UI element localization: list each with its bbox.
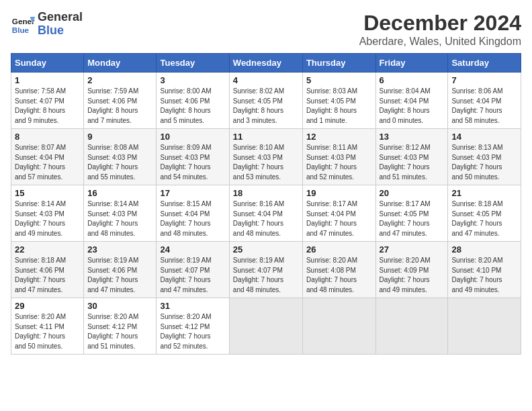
day-number: 7 xyxy=(451,75,517,85)
week-row-2: 8Sunrise: 8:07 AM Sunset: 4:04 PM Daylig… xyxy=(11,129,521,185)
week-row-5: 29Sunrise: 8:20 AM Sunset: 4:11 PM Dayli… xyxy=(11,298,521,355)
day-number: 12 xyxy=(306,132,372,142)
day-number: 31 xyxy=(160,301,225,311)
calendar-table: SundayMondayTuesdayWednesdayThursdayFrid… xyxy=(11,53,521,355)
day-number: 29 xyxy=(15,301,80,311)
calendar-cell: 11Sunrise: 8:10 AM Sunset: 4:03 PM Dayli… xyxy=(229,129,302,185)
day-info: Sunrise: 8:18 AM Sunset: 4:06 PM Dayligh… xyxy=(15,256,80,295)
calendar-cell: 14Sunrise: 8:13 AM Sunset: 4:03 PM Dayli… xyxy=(448,129,521,185)
svg-text:Blue: Blue xyxy=(12,25,30,34)
calendar-cell: 24Sunrise: 8:19 AM Sunset: 4:07 PM Dayli… xyxy=(157,242,229,298)
day-info: Sunrise: 8:10 AM Sunset: 4:03 PM Dayligh… xyxy=(233,143,299,182)
calendar-cell: 28Sunrise: 8:20 AM Sunset: 4:10 PM Dayli… xyxy=(448,242,521,298)
calendar-cell: 8Sunrise: 8:07 AM Sunset: 4:04 PM Daylig… xyxy=(11,129,84,185)
day-number: 8 xyxy=(15,132,80,142)
day-info: Sunrise: 8:02 AM Sunset: 4:05 PM Dayligh… xyxy=(233,87,299,126)
day-number: 14 xyxy=(451,132,517,142)
calendar-cell: 23Sunrise: 8:19 AM Sunset: 4:06 PM Dayli… xyxy=(84,242,157,298)
day-info: Sunrise: 8:20 AM Sunset: 4:12 PM Dayligh… xyxy=(160,312,225,351)
calendar-cell: 27Sunrise: 8:20 AM Sunset: 4:09 PM Dayli… xyxy=(375,242,448,298)
calendar-cell: 12Sunrise: 8:11 AM Sunset: 4:03 PM Dayli… xyxy=(302,129,375,185)
day-number: 19 xyxy=(306,188,372,198)
day-info: Sunrise: 8:00 AM Sunset: 4:06 PM Dayligh… xyxy=(160,87,225,126)
day-number: 2 xyxy=(87,75,152,85)
day-number: 6 xyxy=(380,75,445,85)
calendar-cell: 18Sunrise: 8:16 AM Sunset: 4:04 PM Dayli… xyxy=(229,185,302,242)
day-info: Sunrise: 8:19 AM Sunset: 4:06 PM Dayligh… xyxy=(87,256,152,295)
location-subtitle: Aberdare, Wales, United Kingdom xyxy=(359,36,521,48)
calendar-cell xyxy=(448,298,521,355)
day-number: 4 xyxy=(233,75,299,85)
day-number: 16 xyxy=(87,188,152,198)
day-info: Sunrise: 8:20 AM Sunset: 4:10 PM Dayligh… xyxy=(451,256,517,295)
calendar-cell: 22Sunrise: 8:18 AM Sunset: 4:06 PM Dayli… xyxy=(11,242,84,298)
day-info: Sunrise: 8:20 AM Sunset: 4:12 PM Dayligh… xyxy=(87,312,152,351)
calendar-cell: 16Sunrise: 8:14 AM Sunset: 4:03 PM Dayli… xyxy=(84,185,157,242)
day-info: Sunrise: 8:06 AM Sunset: 4:04 PM Dayligh… xyxy=(451,87,517,126)
day-info: Sunrise: 8:15 AM Sunset: 4:04 PM Dayligh… xyxy=(160,199,225,238)
day-number: 9 xyxy=(87,132,152,142)
day-info: Sunrise: 8:17 AM Sunset: 4:04 PM Dayligh… xyxy=(306,199,372,238)
day-number: 25 xyxy=(233,244,299,255)
calendar-cell xyxy=(302,298,375,355)
day-number: 3 xyxy=(160,75,225,85)
calendar-cell: 30Sunrise: 8:20 AM Sunset: 4:12 PM Dayli… xyxy=(84,298,157,355)
logo: General Blue General Blue xyxy=(11,11,83,38)
calendar-cell: 15Sunrise: 8:14 AM Sunset: 4:03 PM Dayli… xyxy=(11,185,84,242)
weekday-wednesday: Wednesday xyxy=(229,54,302,73)
day-info: Sunrise: 7:58 AM Sunset: 4:07 PM Dayligh… xyxy=(15,87,80,126)
calendar-cell: 9Sunrise: 8:08 AM Sunset: 4:03 PM Daylig… xyxy=(84,129,157,185)
weekday-saturday: Saturday xyxy=(448,54,521,73)
week-row-1: 1Sunrise: 7:58 AM Sunset: 4:07 PM Daylig… xyxy=(11,73,521,129)
calendar-cell: 1Sunrise: 7:58 AM Sunset: 4:07 PM Daylig… xyxy=(11,73,84,129)
day-info: Sunrise: 8:18 AM Sunset: 4:05 PM Dayligh… xyxy=(451,199,517,238)
day-number: 18 xyxy=(233,188,299,198)
page-header: General Blue General Blue December 2024 … xyxy=(11,11,521,48)
day-number: 21 xyxy=(451,188,517,198)
calendar-cell: 5Sunrise: 8:03 AM Sunset: 4:05 PM Daylig… xyxy=(302,73,375,129)
day-info: Sunrise: 8:13 AM Sunset: 4:03 PM Dayligh… xyxy=(451,143,517,182)
day-info: Sunrise: 8:19 AM Sunset: 4:07 PM Dayligh… xyxy=(233,256,299,295)
day-number: 23 xyxy=(87,244,152,255)
day-number: 1 xyxy=(15,75,80,85)
day-info: Sunrise: 8:16 AM Sunset: 4:04 PM Dayligh… xyxy=(233,199,299,238)
day-number: 15 xyxy=(15,188,80,198)
day-info: Sunrise: 8:08 AM Sunset: 4:03 PM Dayligh… xyxy=(87,143,152,182)
weekday-thursday: Thursday xyxy=(302,54,375,73)
day-info: Sunrise: 8:03 AM Sunset: 4:05 PM Dayligh… xyxy=(306,87,372,126)
calendar-cell xyxy=(229,298,302,355)
day-number: 17 xyxy=(160,188,225,198)
calendar-cell: 4Sunrise: 8:02 AM Sunset: 4:05 PM Daylig… xyxy=(229,73,302,129)
day-info: Sunrise: 8:20 AM Sunset: 4:08 PM Dayligh… xyxy=(306,256,372,295)
calendar-cell: 29Sunrise: 8:20 AM Sunset: 4:11 PM Dayli… xyxy=(11,298,84,355)
calendar-cell: 19Sunrise: 8:17 AM Sunset: 4:04 PM Dayli… xyxy=(302,185,375,242)
calendar-cell: 26Sunrise: 8:20 AM Sunset: 4:08 PM Dayli… xyxy=(302,242,375,298)
week-row-4: 22Sunrise: 8:18 AM Sunset: 4:06 PM Dayli… xyxy=(11,242,521,298)
month-title: December 2024 xyxy=(359,11,521,36)
week-row-3: 15Sunrise: 8:14 AM Sunset: 4:03 PM Dayli… xyxy=(11,185,521,242)
day-number: 28 xyxy=(451,244,517,255)
day-info: Sunrise: 8:14 AM Sunset: 4:03 PM Dayligh… xyxy=(87,199,152,238)
calendar-cell: 7Sunrise: 8:06 AM Sunset: 4:04 PM Daylig… xyxy=(448,73,521,129)
day-info: Sunrise: 8:20 AM Sunset: 4:09 PM Dayligh… xyxy=(380,256,445,295)
day-info: Sunrise: 8:04 AM Sunset: 4:04 PM Dayligh… xyxy=(380,87,445,126)
weekday-sunday: Sunday xyxy=(11,54,84,73)
weekday-tuesday: Tuesday xyxy=(157,54,229,73)
calendar-cell: 21Sunrise: 8:18 AM Sunset: 4:05 PM Dayli… xyxy=(448,185,521,242)
day-info: Sunrise: 8:09 AM Sunset: 4:03 PM Dayligh… xyxy=(160,143,225,182)
title-block: December 2024 Aberdare, Wales, United Ki… xyxy=(359,11,521,48)
day-info: Sunrise: 8:17 AM Sunset: 4:05 PM Dayligh… xyxy=(380,199,445,238)
weekday-friday: Friday xyxy=(375,54,448,73)
day-info: Sunrise: 8:12 AM Sunset: 4:03 PM Dayligh… xyxy=(380,143,445,182)
calendar-cell: 10Sunrise: 8:09 AM Sunset: 4:03 PM Dayli… xyxy=(157,129,229,185)
day-number: 26 xyxy=(306,244,372,255)
logo-icon: General Blue xyxy=(11,12,35,36)
day-info: Sunrise: 8:19 AM Sunset: 4:07 PM Dayligh… xyxy=(160,256,225,295)
calendar-cell: 6Sunrise: 8:04 AM Sunset: 4:04 PM Daylig… xyxy=(375,73,448,129)
calendar-cell xyxy=(375,298,448,355)
day-number: 13 xyxy=(380,132,445,142)
day-info: Sunrise: 8:07 AM Sunset: 4:04 PM Dayligh… xyxy=(15,143,80,182)
calendar-cell: 2Sunrise: 7:59 AM Sunset: 4:06 PM Daylig… xyxy=(84,73,157,129)
day-info: Sunrise: 8:14 AM Sunset: 4:03 PM Dayligh… xyxy=(15,199,80,238)
calendar-cell: 17Sunrise: 8:15 AM Sunset: 4:04 PM Dayli… xyxy=(157,185,229,242)
